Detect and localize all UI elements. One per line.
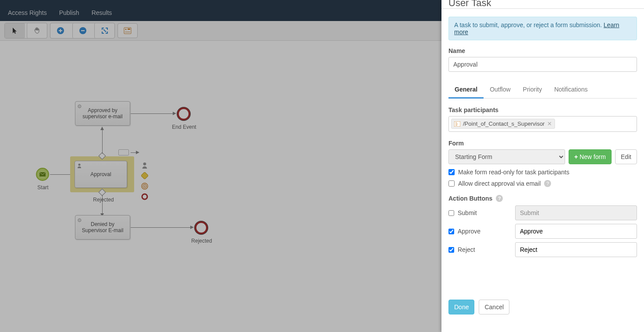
- new-form-button[interactable]: + New form: [569, 149, 612, 164]
- tab-outflow[interactable]: Outflow: [484, 81, 516, 98]
- remove-token-icon[interactable]: ✕: [547, 120, 552, 127]
- field-icon: [454, 121, 460, 127]
- direct-approval-label: Allow direct approval via email: [458, 180, 541, 187]
- tab-priority[interactable]: Priority: [517, 81, 548, 98]
- form-select[interactable]: Starting Form: [448, 149, 565, 164]
- name-label: Name: [448, 47, 637, 54]
- task-properties-panel: User Task A task to submit, approve, or …: [441, 0, 644, 332]
- panel-tabs: General Outflow Priority Notifications: [448, 81, 637, 99]
- reject-value-input[interactable]: [515, 242, 637, 257]
- done-button[interactable]: Done: [448, 300, 474, 314]
- modal-overlay: [0, 0, 441, 332]
- help-icon[interactable]: ?: [496, 195, 503, 202]
- tab-general[interactable]: General: [448, 81, 484, 99]
- tab-notifications[interactable]: Notifications: [548, 81, 594, 98]
- edit-form-button[interactable]: Edit: [615, 149, 637, 164]
- help-icon[interactable]: ?: [544, 180, 551, 187]
- panel-title: User Task: [448, 0, 637, 9]
- cancel-button[interactable]: Cancel: [479, 300, 509, 314]
- reject-label: Reject: [458, 246, 475, 253]
- name-input[interactable]: [448, 57, 637, 72]
- info-box: A task to submit, approve, or reject a f…: [448, 17, 637, 40]
- submit-label: Submit: [458, 209, 477, 216]
- participants-label: Task participants: [448, 106, 637, 113]
- submit-value-input: [515, 205, 637, 220]
- reject-checkbox[interactable]: [448, 247, 454, 253]
- participant-token: /Point_of_Contact_s_Supervisor ✕: [451, 119, 555, 129]
- approve-checkbox[interactable]: [448, 229, 454, 234]
- readonly-label: Make form read-only for task participant…: [458, 169, 569, 176]
- form-label: Form: [448, 140, 637, 147]
- participants-input[interactable]: /Point_of_Contact_s_Supervisor ✕: [448, 116, 637, 132]
- approve-value-input[interactable]: [515, 224, 637, 239]
- action-buttons-label: Action Buttons: [448, 195, 492, 202]
- readonly-checkbox[interactable]: [448, 169, 455, 175]
- approve-label: Approve: [458, 228, 480, 235]
- direct-approval-checkbox[interactable]: [448, 180, 455, 187]
- submit-checkbox[interactable]: [448, 210, 454, 216]
